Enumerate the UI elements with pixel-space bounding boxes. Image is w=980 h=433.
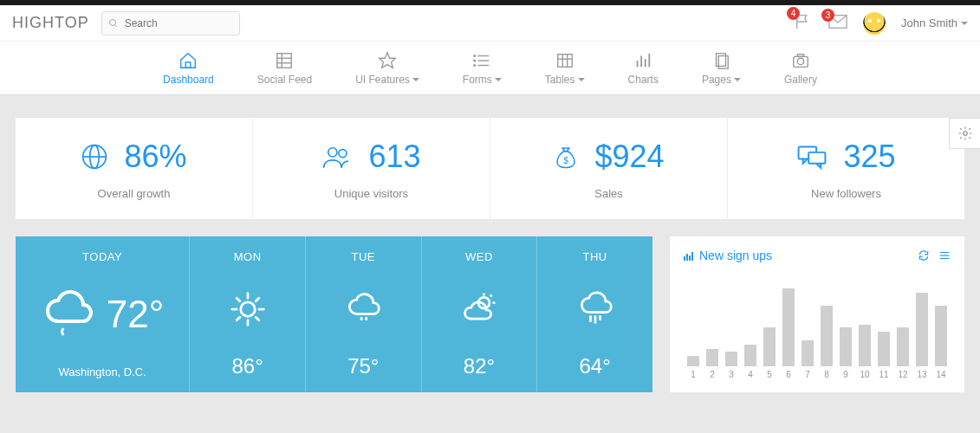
chevron-down-icon (578, 78, 585, 81)
chart-bar (687, 356, 699, 366)
cloud-rain-heavy-icon (576, 290, 614, 328)
chart-axis-label: 12 (897, 370, 909, 379)
svg-rect-4 (277, 53, 292, 68)
nav-label: Tables (545, 74, 575, 86)
table-icon (555, 51, 574, 70)
svg-point-14 (474, 64, 476, 66)
svg-rect-57 (689, 255, 691, 261)
nav-dashboard[interactable]: Dashboard (163, 51, 214, 86)
stat-sales: $ $924 Sales (490, 118, 728, 219)
mail-badge: 3 (821, 9, 834, 22)
nav-gallery[interactable]: Gallery (784, 51, 817, 86)
chart-axis-label: 3 (725, 370, 737, 379)
bars-small-icon (684, 250, 694, 261)
svg-point-13 (474, 60, 476, 61)
signups-chart: 1234567891011121314 (684, 280, 951, 379)
chart-axis-label: 1 (687, 370, 699, 379)
settings-tab[interactable] (949, 118, 980, 149)
list-view-icon[interactable] (938, 249, 951, 262)
nav-pages[interactable]: Pages (702, 51, 741, 86)
svg-line-42 (237, 298, 240, 301)
weather-day-label: MON (234, 250, 262, 263)
chart-axis-label: 11 (878, 370, 890, 379)
weather-day-label: WED (465, 250, 493, 263)
weather-day-temp: 75° (347, 354, 379, 378)
chevron-down-icon (961, 22, 968, 25)
brand-logo[interactable]: HIGHTOP (12, 14, 89, 32)
search-wrap (101, 11, 240, 36)
notifications-mail-button[interactable]: 3 (828, 14, 847, 32)
gear-icon (957, 126, 973, 141)
stat-unique-visitors: 613 Unique visitors (253, 118, 490, 219)
weather-wed: WED 82° (422, 236, 538, 392)
weather-mon: MON 86° (190, 236, 306, 392)
svg-rect-36 (809, 152, 826, 164)
nav-ui-features[interactable]: UI Features (355, 51, 419, 86)
avatar[interactable] (863, 12, 886, 35)
user-menu[interactable]: John Smith (901, 16, 968, 29)
weather-day-temp: 86° (231, 354, 263, 378)
chart-axis-label: 14 (935, 370, 947, 379)
weather-location: Washington, D.C. (58, 365, 146, 378)
chart-axis-label: 7 (802, 370, 814, 379)
nav-label: Pages (702, 74, 731, 86)
search-input[interactable] (101, 11, 240, 36)
chart-axis-label: 5 (763, 370, 776, 379)
cloud-drizzle-icon (344, 290, 382, 328)
svg-marker-8 (380, 52, 395, 67)
sun-icon (229, 290, 267, 328)
nav-label: Charts (628, 74, 659, 86)
signups-panel: New sign ups 1234567891011121314 (670, 236, 964, 392)
svg-point-12 (474, 55, 476, 56)
refresh-icon[interactable] (918, 249, 930, 262)
nav-forms[interactable]: Forms (463, 51, 502, 86)
chart-axis-label: 9 (840, 370, 852, 379)
header: HIGHTOP 4 3 John Smith (0, 5, 980, 42)
chart-bar (821, 306, 833, 366)
star-icon (378, 51, 397, 70)
users-icon (321, 143, 353, 171)
chart-bar (706, 349, 718, 366)
chart-bar (782, 288, 795, 366)
nav-charts[interactable]: Charts (628, 51, 659, 86)
chart-bar (725, 352, 737, 366)
chart-bar (878, 332, 890, 366)
nav-label: Social Feed (257, 74, 312, 86)
pages-icon (711, 51, 730, 70)
chart-bar (935, 306, 947, 366)
home-icon (178, 51, 198, 70)
stats-row: 86% Overall growth 613 Unique visitors $… (16, 118, 964, 219)
partly-cloudy-icon (460, 290, 498, 328)
nav-label: Gallery (784, 74, 817, 86)
nav-social-feed[interactable]: Social Feed (257, 51, 312, 86)
svg-line-44 (237, 317, 240, 320)
chart-bar (859, 325, 871, 366)
chart-bar (744, 345, 756, 366)
globe-icon (81, 143, 108, 171)
search-icon (108, 18, 119, 29)
svg-rect-56 (686, 254, 688, 261)
svg-text:$: $ (564, 156, 569, 165)
main-content: 86% Overall growth 613 Unique visitors $… (0, 95, 980, 408)
chevron-down-icon (734, 78, 741, 81)
svg-rect-58 (691, 252, 693, 261)
chart-axis-label: 4 (744, 370, 756, 379)
cloud-rain-icon (41, 287, 96, 342)
svg-rect-15 (557, 54, 572, 67)
chart-axis-label: 6 (782, 370, 795, 379)
notifications-flag-button[interactable]: 4 (794, 12, 813, 34)
stat-overall-growth: 86% Overall growth (16, 118, 253, 219)
chevron-down-icon (495, 78, 502, 81)
chart-bar (840, 327, 852, 366)
money-bag-icon: $ (553, 143, 579, 171)
stat-new-followers: 325 New followers (728, 118, 964, 219)
stat-label: New followers (737, 187, 956, 200)
signups-header: New sign ups (684, 249, 951, 262)
svg-line-45 (256, 298, 259, 301)
svg-line-51 (490, 294, 492, 296)
nav-tables[interactable]: Tables (545, 51, 585, 86)
weather-tue: TUE 75° (306, 236, 422, 392)
signups-title: New sign ups (699, 249, 772, 262)
header-right: 4 3 John Smith (794, 12, 968, 35)
weather-day-label: TUE (352, 250, 376, 263)
